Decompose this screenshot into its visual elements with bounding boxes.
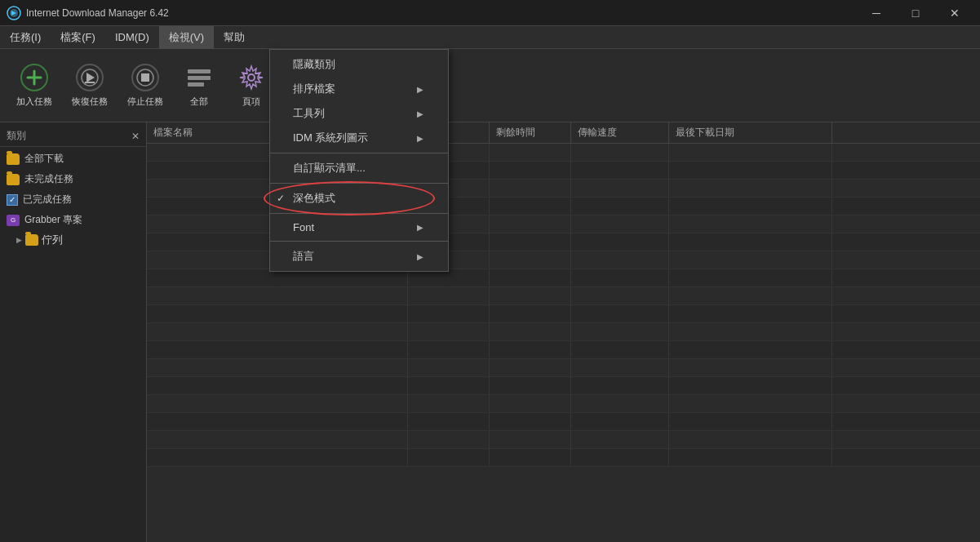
table-cell (408, 269, 490, 287)
table-row[interactable] (147, 323, 980, 341)
all-icon (184, 63, 214, 92)
separator-1 (270, 153, 448, 153)
table-cell (147, 449, 408, 466)
sort-files-label: 排序檔案 (293, 82, 335, 96)
sidebar-item-complete[interactable]: ✓ 已完成任務 (0, 189, 146, 210)
table-cell (571, 305, 669, 322)
dropdown-sort-files[interactable]: 排序檔案 ▶ (270, 77, 448, 101)
sidebar-item-grabber[interactable]: G Grabber 專案 (0, 210, 146, 230)
folder-icon-incomplete (7, 174, 20, 185)
separator-2 (270, 183, 448, 184)
table-row[interactable] (147, 341, 980, 359)
table-cell (490, 162, 571, 179)
dropdown-dark-mode[interactable]: ✓ 深色模式 (270, 186, 448, 211)
table-row[interactable] (147, 269, 980, 287)
add-task-label: 加入任務 (16, 96, 52, 108)
table-row[interactable] (147, 287, 980, 305)
table-cell (669, 377, 832, 394)
menu-tasks[interactable]: 任務(I) (0, 26, 51, 49)
table-cell (408, 305, 490, 322)
menu-idm[interactable]: IDM(D) (105, 26, 159, 49)
window-controls: ─ □ ✕ (858, 0, 973, 26)
table-cell (669, 198, 832, 215)
table-cell (147, 341, 408, 358)
table-cell (147, 431, 408, 448)
table-cell (490, 395, 571, 412)
svg-rect-10 (141, 73, 149, 82)
toolbar-arrow: ▶ (417, 109, 423, 118)
close-button[interactable]: ✕ (936, 0, 973, 26)
table-cell (490, 431, 571, 448)
sidebar-item-all-downloads[interactable]: 全部下載 (0, 149, 146, 169)
table-cell (147, 413, 408, 430)
table-cell (669, 287, 832, 304)
maximize-button[interactable]: □ (897, 0, 934, 26)
complete-label: 已完成任務 (23, 193, 72, 207)
menu-help[interactable]: 幫助 (214, 26, 255, 49)
menu-file[interactable]: 檔案(F) (51, 26, 105, 49)
table-cell (669, 341, 832, 358)
table-cell (490, 323, 571, 340)
table-cell (571, 449, 669, 466)
table-cell (490, 215, 571, 233)
col-header-speed: 傳輸速度 (571, 122, 669, 143)
sidebar-item-queue[interactable]: ▶ 佇列 (0, 230, 146, 250)
table-cell (408, 359, 490, 376)
resume-task-icon (75, 63, 104, 92)
table-cell (490, 269, 571, 287)
add-task-icon (20, 63, 49, 92)
sidebar-header: 類別 ✕ (0, 126, 146, 147)
table-cell (408, 449, 490, 466)
table-cell (490, 359, 571, 376)
dropdown-idm-tray[interactable]: IDM 系統列圖示 ▶ (270, 126, 448, 150)
table-row[interactable] (147, 413, 980, 431)
language-arrow: ▶ (417, 252, 423, 261)
dropdown-hide-categories[interactable]: 隱藏類別 (270, 52, 448, 77)
table-row[interactable] (147, 449, 980, 467)
table-cell (571, 198, 669, 215)
checkbox-icon-complete: ✓ (7, 194, 18, 206)
incomplete-label: 未完成任務 (24, 172, 73, 186)
dark-mode-checkmark: ✓ (277, 193, 285, 204)
settings-button[interactable]: 頁項 (227, 58, 276, 113)
sidebar-item-incomplete[interactable]: 未完成任務 (0, 169, 146, 189)
separator-3 (270, 213, 448, 214)
col-header-remaining: 剩餘時間 (490, 122, 571, 143)
table-cell (408, 341, 490, 358)
hide-categories-label: 隱藏類別 (293, 57, 335, 72)
table-row[interactable] (147, 359, 980, 377)
table-row[interactable] (147, 377, 980, 395)
all-button[interactable]: 全部 (175, 58, 224, 113)
stop-task-button[interactable]: 停止任務 (119, 58, 171, 113)
minimize-button[interactable]: ─ (858, 0, 895, 26)
dropdown-toolbar[interactable]: 工具列 ▶ (270, 101, 448, 126)
table-cell (571, 180, 669, 197)
table-row[interactable] (147, 305, 980, 323)
table-cell (490, 287, 571, 304)
app-icon (7, 6, 21, 20)
table-cell (147, 287, 408, 304)
table-cell (147, 395, 408, 412)
table-row[interactable] (147, 431, 980, 449)
dropdown-font[interactable]: Font ▶ (270, 216, 448, 238)
dropdown-custom-view[interactable]: 自訂顯示清單... (270, 156, 448, 180)
sidebar-close-icon[interactable]: ✕ (131, 131, 140, 142)
toolbar-label: 工具列 (293, 106, 325, 121)
table-cell (571, 413, 669, 430)
table-cell (571, 377, 669, 394)
resume-task-button[interactable]: 恢復任務 (64, 58, 116, 113)
menu-view[interactable]: 檢視(V) (159, 26, 214, 49)
custom-view-label: 自訂顯示清單... (293, 161, 366, 175)
table-row[interactable] (147, 395, 980, 413)
table-cell (490, 198, 571, 215)
table-cell (408, 413, 490, 430)
idm-tray-arrow: ▶ (417, 134, 423, 143)
table-cell (490, 377, 571, 394)
toolbar: 加入任務 恢復任務 停止任務 (0, 49, 980, 122)
table-cell (571, 395, 669, 412)
add-task-button[interactable]: 加入任務 (8, 58, 60, 113)
dropdown-language[interactable]: 語言 ▶ (270, 244, 448, 269)
table-cell (147, 269, 408, 287)
table-cell (147, 377, 408, 394)
separator-4 (270, 241, 448, 242)
